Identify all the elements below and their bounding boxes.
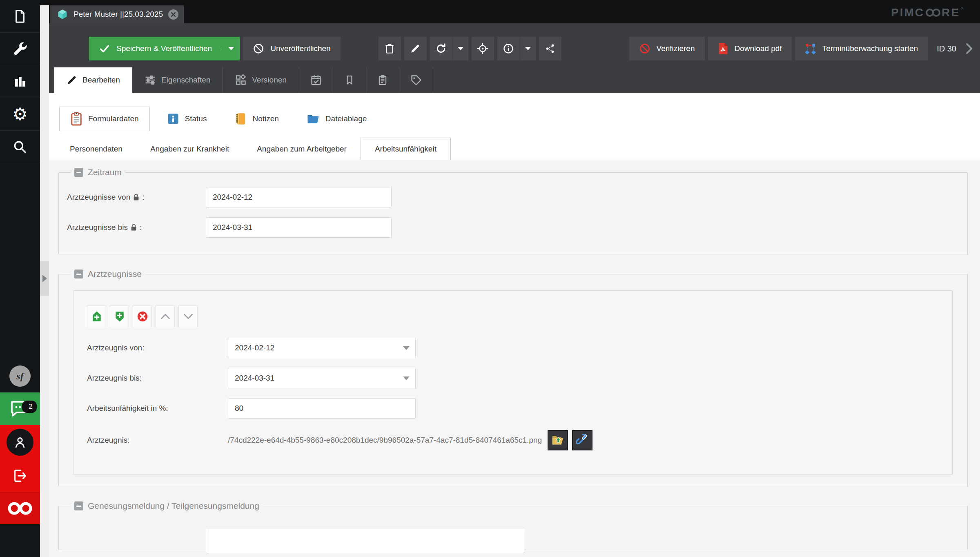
arbeitsunfaehigkeit-prozent-input[interactable]	[228, 398, 416, 419]
tree-panel-splitter[interactable]	[40, 5, 49, 557]
field-label: Arztzeugnisse bis :	[67, 223, 206, 232]
info-options-caret[interactable]	[520, 37, 536, 60]
combo-trigger[interactable]	[397, 368, 416, 388]
tab-eigenschaften[interactable]: Eigenschaften	[132, 67, 223, 93]
move-block-up-button[interactable]	[156, 305, 175, 327]
close-tab-button[interactable]	[168, 9, 178, 20]
legend-text: Arztzeugnisse	[88, 269, 142, 279]
delete-block-button[interactable]	[133, 305, 152, 327]
arztzeugnis-von-input[interactable]	[228, 338, 416, 358]
verify-button[interactable]: Verifizieren	[629, 37, 705, 60]
collapse-icon[interactable]	[74, 501, 83, 510]
file-icon	[12, 9, 28, 24]
asset-edit-link-button[interactable]	[572, 430, 592, 450]
main-sidebar: ⚙ sf 2	[0, 0, 40, 557]
field-row-arztzeugnis-von: Arztzeugnis von:	[87, 338, 952, 358]
sidebar-item-tools[interactable]	[0, 33, 40, 65]
status-info-icon	[167, 113, 179, 125]
save-publish-splitbutton[interactable]: Speichern & Veröffentlichen	[89, 37, 240, 60]
chevron-down-icon	[403, 377, 410, 380]
arztzeugnis-von-combo[interactable]	[228, 338, 416, 358]
sidebar-item-search[interactable]	[0, 131, 40, 163]
workflow-icon	[805, 43, 816, 54]
document-tab[interactable]: Peter Muster ||25.03.2025	[50, 5, 184, 23]
delete-button[interactable]	[379, 37, 401, 60]
sidebar-item-reports[interactable]	[0, 65, 40, 98]
sidebar-item-pimcore[interactable]	[0, 492, 40, 524]
tab-notizen[interactable]: Notizen	[224, 107, 289, 131]
tab-notes-log[interactable]	[366, 67, 399, 93]
download-pdf-button[interactable]: Download pdf	[708, 37, 792, 60]
tab-arbeitsunfaehigkeit[interactable]: Arbeitsunfähigkeit	[361, 138, 451, 160]
collapse-icon[interactable]	[74, 168, 83, 177]
versions-grid-icon	[235, 74, 247, 86]
tab-label: Angaben zur Krankheit	[150, 145, 229, 154]
folder-upload-icon	[552, 435, 564, 446]
unpublish-button[interactable]: Unveröffentlichen	[243, 37, 341, 60]
asset-upload-button[interactable]	[548, 430, 568, 450]
partial-input[interactable]	[206, 529, 524, 553]
tab-label: Versionen	[252, 76, 287, 85]
chevron-down-icon	[183, 311, 194, 322]
locate-in-tree-button[interactable]	[472, 37, 494, 60]
field-row-arztzeugnisse-von: Arztzeugnisse von :	[67, 187, 959, 207]
person-icon	[13, 435, 27, 450]
bookmark-icon	[344, 74, 355, 86]
tab-label: Arbeitsunfähigkeit	[375, 145, 437, 154]
link-edit-icon	[576, 434, 588, 446]
combo-trigger[interactable]	[397, 338, 416, 358]
arztzeugnisse-bis-input[interactable]	[206, 217, 392, 238]
tab-label: Bearbeiten	[82, 76, 120, 85]
move-block-down-button[interactable]	[178, 305, 198, 327]
main-area: Peter Muster ||25.03.2025 PIMC RE Speich…	[49, 0, 980, 557]
arztzeugnis-bis-input[interactable]	[228, 368, 416, 388]
tab-versionen[interactable]: Versionen	[223, 67, 299, 93]
share-button[interactable]	[539, 37, 561, 60]
field-row-arztzeugnis-bis: Arztzeugnis bis:	[87, 368, 952, 388]
close-icon	[171, 12, 176, 17]
deadline-monitoring-button[interactable]: Terminüberwachung starten	[795, 37, 928, 60]
tab-personendaten[interactable]: Personendaten	[56, 138, 136, 160]
save-options-caret[interactable]	[222, 47, 240, 50]
reload-button[interactable]	[430, 37, 452, 60]
legend-text: Zeitraum	[88, 167, 122, 177]
tab-formulardaten[interactable]: Formulardaten	[59, 107, 150, 131]
fieldset-arztzeugnisse-legend: Arztzeugnisse	[71, 269, 145, 279]
collapse-icon[interactable]	[74, 270, 83, 278]
arztzeugnis-bis-combo[interactable]	[228, 368, 416, 388]
tab-dateiablage[interactable]: Dateiablage	[296, 107, 377, 131]
sidebar-item-documents[interactable]	[0, 0, 40, 33]
fieldset-zeitraum-legend: Zeitraum	[71, 167, 125, 177]
sidebar-item-settings[interactable]: ⚙	[0, 98, 40, 131]
tab-angaben-krankheit[interactable]: Angaben zur Krankheit	[136, 138, 243, 160]
verify-label: Verifizieren	[657, 44, 695, 53]
sidebar-item-account[interactable]	[0, 425, 40, 459]
clipboard-list-icon	[377, 74, 388, 86]
save-publish-label: Speichern & Veröffentlichen	[116, 44, 212, 53]
tab-bookmark[interactable]	[333, 67, 366, 93]
save-publish-button[interactable]: Speichern & Veröffentlichen	[89, 43, 222, 54]
brand-infinity-icon	[925, 8, 941, 18]
tab-bearbeiten[interactable]: Bearbeiten	[54, 67, 132, 93]
field-label: Arztzeugnis von:	[87, 343, 228, 352]
info-button[interactable]	[497, 37, 520, 60]
tree-panel-expand-handle[interactable]	[40, 261, 49, 296]
add-block-above-button[interactable]	[87, 305, 106, 327]
tab-schedule[interactable]	[299, 67, 333, 93]
editor-header: Speichern & Veröffentlichen Unveröffentl…	[49, 23, 980, 93]
add-block-below-button[interactable]	[110, 305, 129, 327]
sidebar-item-symfony[interactable]: sf	[0, 360, 40, 392]
toolbar-scroll-right-button[interactable]	[962, 37, 976, 60]
arztzeugnisse-von-input[interactable]	[206, 187, 392, 207]
rename-button[interactable]	[404, 37, 427, 60]
tab-status[interactable]: Status	[156, 107, 218, 131]
reload-options-caret[interactable]	[453, 37, 468, 60]
notebook-icon	[234, 112, 247, 125]
sidebar-item-logout[interactable]	[0, 459, 40, 492]
refresh-icon	[435, 43, 447, 54]
object-toolbar: Speichern & Veröffentlichen Unveröffentl…	[89, 37, 976, 60]
sidebar-item-notifications[interactable]: 2	[0, 392, 40, 425]
tab-angaben-arbeitgeber[interactable]: Angaben zum Arbeitgeber	[243, 138, 361, 160]
object-tabbar: Bearbeiten Eigenschaften Versionen	[54, 67, 433, 93]
tab-tags[interactable]	[399, 67, 433, 93]
